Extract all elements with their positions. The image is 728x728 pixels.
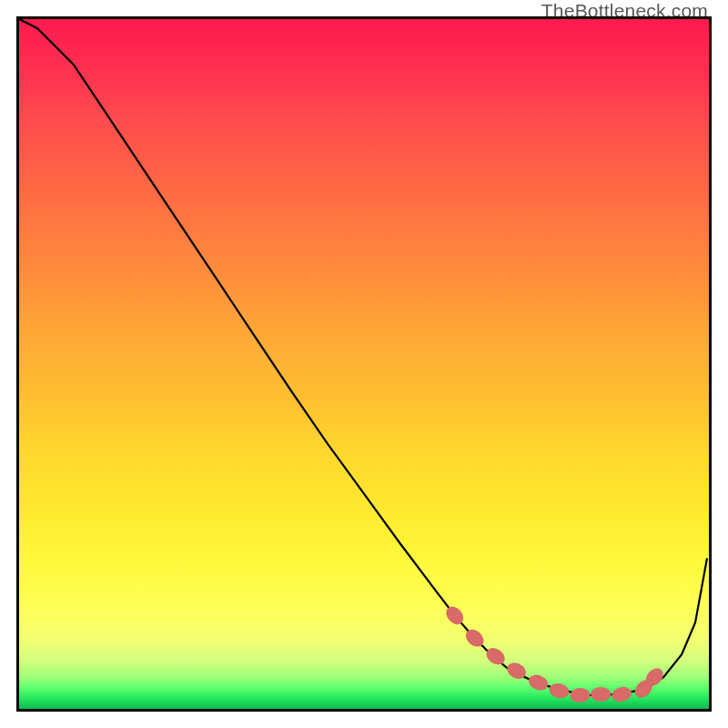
chart-svg xyxy=(19,19,709,709)
data-marker xyxy=(548,682,571,700)
curve-line xyxy=(19,19,707,695)
data-markers xyxy=(442,603,666,704)
data-marker xyxy=(526,672,550,693)
data-marker xyxy=(504,660,529,682)
data-marker xyxy=(570,688,591,703)
chart-container: TheBottleneck.com xyxy=(0,0,728,728)
data-marker xyxy=(611,685,633,704)
data-marker xyxy=(591,687,611,702)
plot-area xyxy=(16,16,712,712)
